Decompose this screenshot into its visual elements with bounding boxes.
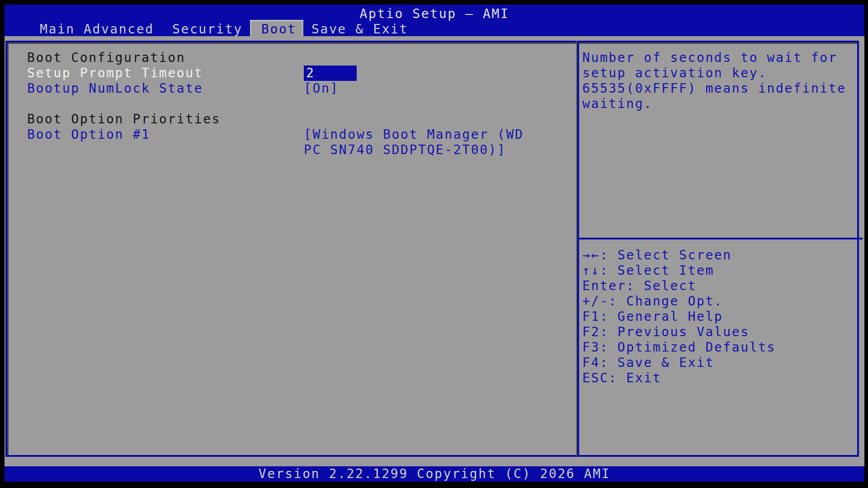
header-bar: Aptio Setup – AMI Main Advanced Security… <box>5 5 864 36</box>
key-legend-entry-general-help: F1: General Help <box>582 309 776 324</box>
setting-label-bootup-numlock-state[interactable]: Bootup NumLock State <box>27 81 203 96</box>
help-legend-divider <box>579 238 863 239</box>
help-text-line: Number of seconds to wait for <box>582 50 837 66</box>
tab-save-exit[interactable]: Save & Exit <box>311 22 408 37</box>
footer-bar: Version 2.22.1299 Copyright (C) 2026 AMI <box>5 466 864 482</box>
key-legend-entry-change-opt: +/-: Change Opt. <box>582 294 776 309</box>
tab-boot[interactable]: Boot <box>261 22 297 37</box>
tab-advanced[interactable]: Advanced <box>84 22 154 37</box>
tab-main[interactable]: Main <box>40 22 75 37</box>
help-text-line: 65535(0xFFFF) means indefinite <box>582 81 846 96</box>
help-text-line: setup activation key. <box>582 66 767 81</box>
menu-bar: Main Advanced Security Boot Save & Exit <box>5 21 864 36</box>
setting-label-setup-prompt-timeout[interactable]: Setup Prompt Timeout <box>27 66 203 81</box>
key-legend-entry-previous-values: F2: Previous Values <box>582 324 776 340</box>
setting-label-boot-option-1[interactable]: Boot Option #1 <box>27 127 150 142</box>
setting-value-bootup-numlock-state[interactable]: [On] <box>304 81 339 96</box>
version-text: Version 2.22.1299 Copyright (C) 2026 AMI <box>259 466 610 481</box>
key-legend-entry-save-exit: F4: Save & Exit <box>582 355 776 371</box>
help-text-line: waiting. <box>582 96 653 112</box>
section-header-boot-option-priorities: Boot Option Priorities <box>27 112 221 127</box>
setting-value-boot-option-1-line1[interactable]: [Windows Boot Manager (WD <box>304 127 524 142</box>
section-header-boot-configuration: Boot Configuration <box>27 50 185 66</box>
bios-screen: Aptio Setup – AMI Main Advanced Security… <box>0 0 868 488</box>
setting-value-setup-prompt-timeout[interactable]: 2 <box>304 66 357 81</box>
key-legend-entry-select-item: ↑↓: Select Item <box>582 263 776 278</box>
panel-divider <box>577 41 579 457</box>
main-panel: Boot Configuration Setup Prompt Timeout … <box>5 36 864 466</box>
setting-value-boot-option-1-line2[interactable]: PC SN740 SDDPTQE-2T00)] <box>304 142 506 158</box>
key-legend-entry-select-screen: →←: Select Screen <box>582 248 776 263</box>
tab-security[interactable]: Security <box>172 22 243 37</box>
key-legend: →←: Select Screen ↑↓: Select Item Enter:… <box>582 248 776 386</box>
key-legend-entry-esc-exit: ESC: Exit <box>582 371 776 386</box>
key-legend-entry-optimized-defaults: F3: Optimized Defaults <box>582 340 776 355</box>
key-legend-entry-enter-select: Enter: Select <box>582 278 776 294</box>
page-title: Aptio Setup – AMI <box>5 6 864 22</box>
